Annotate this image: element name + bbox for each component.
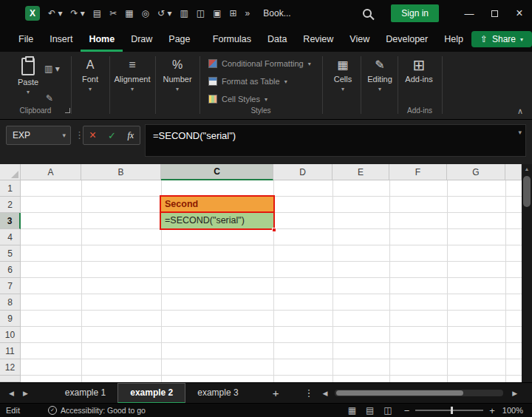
zoom-slider-thumb[interactable]: [451, 407, 453, 414]
row-header-7[interactable]: 7: [0, 278, 21, 294]
accessibility-status[interactable]: Accessibility: Good to go: [61, 406, 146, 415]
collapse-formula-bar-icon[interactable]: ▾: [518, 129, 522, 136]
horizontal-scrollbar[interactable]: [335, 390, 503, 396]
collapse-ribbon-button[interactable]: ∧: [517, 106, 523, 116]
tab-help[interactable]: Help: [436, 27, 471, 52]
conditional-formatting-button[interactable]: Conditional Formatting ▾: [208, 59, 311, 68]
enter-button[interactable]: ✓: [108, 130, 116, 141]
printer-icon[interactable]: ◫: [197, 8, 205, 18]
cell-c2[interactable]: Second: [161, 197, 273, 213]
hscroll-right-icon[interactable]: ▶: [512, 390, 517, 397]
insert-function-button[interactable]: fx: [127, 130, 134, 141]
table-icon[interactable]: ⊞: [230, 8, 237, 18]
row-header-8[interactable]: 8: [0, 294, 21, 311]
dialog-launcher-icon[interactable]: [65, 108, 70, 113]
cancel-button[interactable]: ×: [89, 129, 96, 141]
row-header-4[interactable]: 4: [0, 229, 21, 245]
search-icon[interactable]: [363, 9, 372, 18]
format-painter-icon[interactable]: ✎: [46, 93, 53, 104]
more-commands-icon[interactable]: »: [245, 8, 250, 18]
paste-button[interactable]: Paste ▾: [12, 58, 44, 95]
tab-developer[interactable]: Developer: [378, 27, 436, 52]
row-header-10[interactable]: 10: [0, 327, 21, 343]
sheet-options-button[interactable]: ⋮: [304, 387, 313, 399]
number-label: Number: [163, 75, 191, 84]
tab-data[interactable]: Data: [259, 27, 295, 52]
close-button[interactable]: ×: [507, 7, 532, 20]
history-icon[interactable]: ↺ ▾: [157, 8, 171, 18]
tab-review[interactable]: Review: [295, 27, 341, 52]
horizontal-scrollbar-thumb[interactable]: [336, 390, 463, 396]
tab-insert[interactable]: Insert: [41, 27, 81, 52]
vertical-scrollbar[interactable]: ▲: [522, 164, 532, 382]
paint-icon[interactable]: ◎: [142, 8, 149, 18]
sheet-tab-example-2[interactable]: example 2: [117, 383, 185, 404]
alignment-group-button[interactable]: ≡ Alignment ▾: [112, 58, 152, 92]
editing-group-button[interactable]: ✎ Editing ▾: [360, 58, 400, 92]
row-header-12[interactable]: 12: [0, 359, 21, 376]
zoom-level[interactable]: 100%: [502, 406, 523, 415]
chevron-down-icon: ▾: [308, 61, 311, 67]
tab-page-layout[interactable]: Page Layout: [160, 27, 205, 52]
zoom-in-button[interactable]: +: [489, 405, 495, 416]
group-separator: [155, 56, 156, 114]
zoom-slider[interactable]: [415, 410, 483, 411]
notebook-icon[interactable]: ▤: [93, 8, 101, 18]
page-layout-view-icon[interactable]: ▤: [366, 405, 374, 416]
cut-icon[interactable]: ✂: [109, 8, 117, 18]
column-header-a[interactable]: A: [21, 164, 81, 180]
minimize-button[interactable]: —: [457, 8, 482, 19]
tab-file[interactable]: File: [10, 27, 41, 52]
tab-view[interactable]: View: [341, 27, 378, 52]
tab-formulas[interactable]: Formulas: [205, 27, 259, 52]
row-header-5[interactable]: 5: [0, 245, 21, 262]
font-group-button[interactable]: A Font ▾: [70, 58, 110, 92]
hscroll-left-icon[interactable]: ◀: [322, 390, 327, 397]
row-header-2[interactable]: 2: [0, 197, 21, 213]
chart-icon[interactable]: ▦: [125, 8, 133, 18]
row-header-6[interactable]: 6: [0, 262, 21, 278]
row-header-1[interactable]: 1: [0, 180, 21, 197]
tab-draw[interactable]: Draw: [123, 27, 160, 52]
number-group-button[interactable]: % Number ▾: [157, 58, 197, 92]
select-all-button[interactable]: [0, 164, 21, 180]
column-header-b[interactable]: B: [81, 164, 161, 180]
add-ins-button[interactable]: ⊞ Add-ins: [399, 58, 439, 84]
column-header-g[interactable]: G: [447, 164, 505, 180]
column-header-c[interactable]: C: [161, 164, 273, 180]
new-sheet-button[interactable]: +: [273, 387, 279, 399]
cell-c3[interactable]: =SECOND("serial"): [161, 213, 273, 229]
scroll-up-icon[interactable]: ▲: [522, 166, 532, 172]
cells-group-button[interactable]: ▦ Cells ▾: [323, 58, 363, 92]
format-as-table-button[interactable]: Format as Table ▾: [208, 77, 287, 86]
formula-input[interactable]: =SECOND("serial"): [145, 124, 526, 157]
camera-icon[interactable]: ▣: [213, 8, 221, 18]
normal-view-icon[interactable]: ▦: [348, 405, 356, 416]
redo-icon[interactable]: ↷ ▾: [70, 8, 84, 18]
cell-styles-button[interactable]: Cell Styles ▾: [208, 95, 267, 104]
fill-handle[interactable]: [272, 228, 276, 232]
name-box[interactable]: EXP ▾: [6, 126, 71, 145]
paste-options-icon[interactable]: ▥ ▾: [44, 64, 60, 74]
share-button[interactable]: ⇧ Share ▾: [471, 31, 532, 47]
row-header-9[interactable]: 9: [0, 311, 21, 327]
chevron-down-icon: ▾: [341, 86, 344, 92]
document-icon[interactable]: ▥: [180, 8, 188, 18]
sheet-nav-left-icon[interactable]: ◀: [9, 390, 14, 397]
sheet-tab-example-3[interactable]: example 3: [185, 383, 250, 404]
maximize-button[interactable]: [482, 8, 507, 19]
zoom-out-button[interactable]: −: [404, 405, 410, 416]
column-header-f[interactable]: F: [389, 164, 447, 180]
sheet-tab-example-1[interactable]: example 1: [53, 383, 117, 404]
sign-in-button[interactable]: Sign in: [391, 4, 439, 22]
row-header-3[interactable]: 3: [0, 213, 21, 229]
column-header-d[interactable]: D: [273, 164, 332, 180]
undo-icon[interactable]: ↶ ▾: [48, 8, 62, 18]
column-header-e[interactable]: E: [332, 164, 389, 180]
workbook-title: Book...: [263, 8, 290, 18]
tab-home[interactable]: Home: [81, 27, 123, 52]
vertical-scrollbar-thumb[interactable]: [523, 176, 531, 207]
sheet-nav-right-icon[interactable]: ▶: [23, 390, 28, 397]
page-break-view-icon[interactable]: ◫: [383, 405, 392, 416]
row-header-11[interactable]: 11: [0, 343, 21, 359]
